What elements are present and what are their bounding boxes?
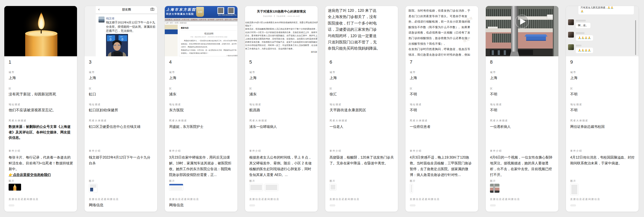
- field-value-address: 他们不应该被漠视甚至忘记。: [8, 108, 74, 113]
- field-label-direct: 直接信息还是间接信息: [249, 198, 314, 201]
- text-screenshot-thumbnail[interactable]: [330, 184, 336, 191]
- announcement-meta: 作者：系统管理员 发表于：2022/3/25 2:46:48 有233人阅读: [181, 36, 237, 38]
- record-number: 5: [249, 59, 252, 65]
- announcement-line: 深感痛心，对她的家属致以诚挚慰问！: [181, 52, 237, 55]
- field-label-image: 图片: [410, 179, 475, 183]
- moments-post-text: 钱文雄于2022年4月12日下午一点十九分去世。疫情期间一切从简。家属目前悲痛不…: [106, 20, 156, 33]
- moments-title: 朋友圈: [96, 8, 157, 11]
- building-photo-thumbnail[interactable]: [490, 184, 500, 193]
- weibo-line: 进急诊抢救，也必须再做一次核酸（已经有了发: [408, 30, 477, 35]
- field-value-address: 航昌路: [249, 108, 314, 113]
- wechat-moments-screenshot: ‹ 朋友圈 钱文雄 钱文雄于2022年4月12日下午一点十九分去世。疫情期间一切…: [84, 6, 157, 56]
- record-card-5[interactable]: 关于对浦东120急救中心的调查情况 【信息来源：】【信息时间：2022-03-3…: [245, 6, 318, 212]
- record-card-8[interactable]: 8 城市 上海 区 不明 地址描述 不明 死者大体描述 一位透析病人 事件介绍 …: [486, 6, 558, 212]
- record-number: 6: [330, 59, 332, 65]
- field-label-image: 图片: [169, 179, 234, 183]
- report-title: 关于对浦东120急救中心的调查情况: [245, 9, 318, 13]
- field-value-deceased: 周盛妮，东方医院护士: [169, 124, 234, 146]
- weibo-line: 医院。当时有些低烧，但是发热门诊在消杀，于: [408, 8, 477, 13]
- field-label-city: 城市: [330, 71, 394, 74]
- gallery-board: 1 城市 上海 区 没有死于新冠，却因新冠而死 地址描述 他们不应该被漠视甚至忘…: [4, 6, 638, 212]
- svg-text:NAP: NAP: [109, 36, 112, 37]
- document-thumbnail[interactable]: [249, 184, 263, 191]
- chat-avatar: [568, 32, 574, 38]
- record-number: 1: [8, 59, 11, 65]
- svg-text:JUV: JUV: [120, 36, 122, 37]
- announcement-title: 情况说明: [181, 32, 237, 35]
- announcement-line: 周盛妮为我院护士，一直在院内从事非临床相关工作。3月23日在家中哮喘发作，用药后…: [181, 39, 237, 42]
- announcement-signature: 上海市东方医院: [181, 55, 238, 56]
- candle-thumbnail[interactable]: [8, 184, 21, 191]
- attachment-thumbnails: [410, 184, 413, 193]
- field-label-city: 城市: [570, 71, 635, 74]
- hospital-site-navbar: 医院概况 | 名医名家 | 科室介绍 | 党建园地 | 医政管理 | 医学教育 …: [165, 18, 238, 21]
- field-value-deceased: 网信证券副总裁韦桂国: [570, 124, 635, 146]
- field-value-city: 上海: [169, 75, 234, 81]
- field-value-event: 4月3日突感不适，晚上19:30叫了120急救。当时面临全员核酸，三甲医院门急诊…: [410, 155, 475, 179]
- record-number: 9: [570, 59, 573, 65]
- field-value-deceased: 一位老人: [330, 124, 394, 146]
- field-value-address: 不明: [570, 108, 635, 113]
- field-label-event: 事件介绍: [410, 149, 475, 153]
- field-label-city: 城市: [410, 71, 475, 74]
- event-text: 每张卡片、每行记录，代表着一条逝去的鲜活生命。目前有73+位死者！数据持续更新中…: [8, 156, 73, 171]
- empty-value-pill: [249, 204, 255, 207]
- moments-page: ‹ 朋友圈 钱文雄 钱文雄于2022年4月12日下午一点十九分去世。疫情期间一切…: [96, 6, 157, 56]
- webpage-thumbnail[interactable]: [169, 184, 183, 191]
- report-line: 急情况后，现场核酸检测的医务人员已奔赴其家中进行了数十分钟的紧急抢救，: [245, 27, 318, 30]
- report-line: 拦住，要求救护车医务人员出借车载除颤仪。由于该病人在自己家中，救护车上: [245, 34, 318, 37]
- record-card-9[interactable]: 只有其女儿眼见其病逝...🙏🙏 🙏 啊，这。 🙏🙏🙏🙏 🙏🙏🙏🙏 9 城市 上海…: [566, 6, 638, 212]
- report-line: 在航昌路376弄小区120急救医生未向求救患者施救的情况，我委立即连夜启动调: [245, 21, 318, 24]
- document-thumbnail[interactable]: [264, 184, 278, 191]
- record-card-7[interactable]: 医院。当时有些低烧，但是发热门诊在消杀，于 是在门口的黑夜里等待了很久。可是由于…: [406, 6, 478, 212]
- field-label-district: 区: [570, 87, 635, 90]
- field-label-city: 城市: [89, 71, 154, 74]
- submit-info-link[interactable]: 👉点击这里提交信息给我们: [8, 172, 74, 178]
- field-value-event: 每张卡片、每行记录，代表着一条逝去的鲜活生命。目前有73+位死者！数据持续更新中…: [8, 155, 74, 179]
- report-signature: 浦东新: [245, 50, 318, 53]
- building-video-still: [486, 6, 558, 56]
- record-card-1[interactable]: 1 城市 上海 区 没有死于新冠，却因新冠而死 地址描述 他们不应该被漠视甚至忘…: [4, 6, 77, 212]
- field-value-address: 不明: [490, 108, 555, 113]
- testimony-line: 迷病危了叫 120，120 来了说: [328, 7, 397, 14]
- report-line: 生作出停职处理的决定，同时举一反三，对全区医务工作人员加强教育，在当前: [245, 44, 318, 47]
- field-value-district: 徐汇: [330, 92, 394, 97]
- testimony-text-screenshot: 迷病危了叫 120，120 来了说 全上海发热门诊都关了，没有 医院接收，打了一…: [325, 6, 398, 58]
- header-divider: [96, 13, 157, 14]
- announcement-line: 送医就诊。经初步调查其所在的急诊部因疫情防控需要，正暂时关闭，进行环境采样和消毒…: [181, 43, 237, 45]
- chat-scrollbar[interactable]: [635, 20, 636, 55]
- hospital-logo-line1: 上海市东方医院: [166, 7, 196, 12]
- qr-code-wechat: [218, 7, 224, 14]
- testimony-line: 只送到医院门口就不管了，无: [328, 39, 397, 45]
- field-value-event: 3月23日在家中哮喘发作，用药后无法缓解。19时，家属驾车送其就诊，被医院拒收。…: [169, 155, 234, 179]
- record-card-3[interactable]: ‹ 朋友圈 钱文雄 钱文雄于2022年4月12日下午一点十九分去世。疫情期间一切…: [84, 6, 157, 212]
- field-label-deceased: 死者大体描述: [410, 119, 475, 122]
- field-value-district: 浦东: [249, 92, 314, 97]
- field-label-deceased: 死者大体描述: [8, 119, 74, 122]
- field-value-address: 天平路街道永康居民区: [330, 108, 394, 113]
- record-card-4[interactable]: 上海市东方医院 同济大学附属东方医院 100 微信二维码 患者移动服务平台 医院…: [165, 6, 238, 212]
- screenshot-thumbnail[interactable]: [89, 184, 98, 193]
- field-value-district: 浦东: [169, 92, 234, 97]
- centennial-emblem: 100: [196, 7, 204, 17]
- candle-illustration: [4, 6, 77, 56]
- weibo-line: 情况，我们急需去急诊进行针对性的急救，例如: [408, 52, 477, 58]
- record-card-6[interactable]: 迷病危了叫 120，120 来了说 全上海发热门诊都关了，没有 医院接收，打了一…: [325, 6, 398, 212]
- report-line: 上急症患者送往医院的考虑，没有同意出借。应该指出，这名医生当时虽然有紧: [245, 37, 318, 40]
- field-value-city: 上海: [330, 75, 394, 81]
- narrow-screenshot-thumbnail[interactable]: [410, 184, 413, 193]
- field-value-deceased: 数据来源：被删除的公众号文章《上海逝者》及其评论区、各种社交媒体、网友提供信息。: [8, 124, 74, 146]
- hospital-logo-line2: 同济大学附属东方医院: [166, 12, 194, 16]
- document-thumbnail[interactable]: [570, 184, 578, 195]
- empty-value-pill: [490, 204, 496, 207]
- chat-username-blurred: [576, 45, 582, 46]
- field-value-event: 4月12日传出消息，韦桂国因脑溢血、封控期间联系救治未果，于家中病逝。: [570, 155, 635, 179]
- field-label-direct: 直接信息还是间接信息: [89, 198, 154, 201]
- field-label-deceased: 死者大体描述: [330, 119, 394, 122]
- empty-value-pill: [8, 204, 14, 207]
- chat-bubble-top-line2: 🙏: [580, 10, 584, 12]
- report-body: 在航昌路376弄小区120急救医生未向求救患者施救的情况，我委立即连夜启动调 报…: [245, 21, 318, 53]
- field-value-district: 不明: [410, 92, 475, 97]
- video-thumbnail[interactable]: [486, 6, 558, 56]
- field-value-address: 东方医院: [169, 108, 234, 113]
